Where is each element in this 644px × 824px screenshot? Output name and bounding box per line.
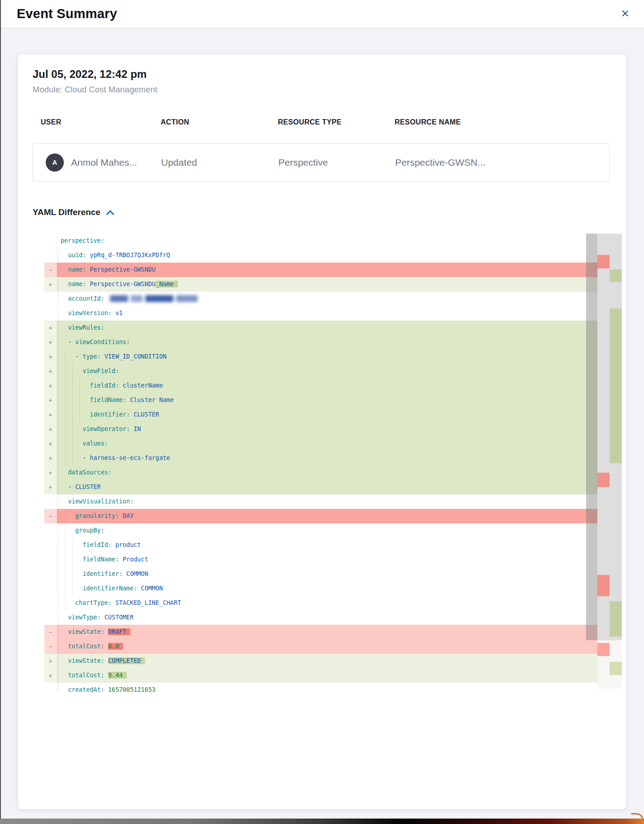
diff-added-sign: + [44,480,57,494]
column-header-resource-type: RESOURCE TYPE [278,118,395,126]
code-text: granularity: DAY [57,509,134,523]
diff-added-sign: + [44,277,57,292]
diff-removed-sign: − [44,639,57,654]
code-line: − viewState: DRAFT [44,625,597,639]
diff-gutter [44,523,57,538]
event-module: Module: Cloud Cost Management [33,85,626,95]
code-text: createdAt: 1657005121653 [57,683,156,692]
diff-gutter [44,234,57,248]
column-header-action: ACTION [161,118,278,126]
resource-type-cell: Perspective [278,157,395,168]
table-row: A Anmol Mahes... Updated Perspective Per… [33,143,610,182]
code-text: groupBy: [57,523,105,538]
code-line: createdAt: 1657005121653 [44,683,597,692]
chevron-up-icon[interactable] [106,210,114,216]
diff-added-sign: + [44,321,57,335]
code-line: + - harness-se-ecs-fargate [44,451,597,465]
diff-removed-sign: − [44,509,57,523]
code-line: viewVisualization: [44,494,597,509]
code-text: name: Perspective-GWSNDU_Name [57,277,178,292]
code-text: viewState: DRAFT [57,625,130,639]
action-cell: Updated [161,157,278,168]
code-line: + viewField: [44,364,597,378]
yaml-difference-label: YAML Difference [33,207,100,217]
code-line: + dataSources: [44,465,597,480]
code-text: values: [57,436,108,451]
table-header-row: USER ACTION RESOURCE TYPE RESOURCE NAME [41,118,626,126]
minimap-added-mark [610,662,622,675]
diff-gutter [44,538,57,552]
code-text: fieldId: clusterName [57,378,163,393]
code-text: dataSources: [57,465,112,480]
diff-gutter [44,494,57,509]
resource-name-cell: Perspective-GWSN... [395,157,609,168]
code-line: + fieldId: clusterName [44,378,597,393]
code-text: chartType: STACKED_LINE_CHART [57,596,181,610]
column-header-resource-name: RESOURCE NAME [395,118,626,126]
code-text: - type: VIEW_ID_CONDITION [57,350,167,364]
code-line: + - viewConditions: [44,335,597,350]
code-text: viewType: CUSTOMER [57,610,134,625]
code-line: + identifier: CLUSTER [44,407,597,422]
diff-added-sign: + [44,364,57,378]
diff-added-sign: + [44,335,57,350]
code-line: identifier: COMMON [44,567,597,581]
code-text: uuid: ypRq_d-fRBOJ7QJKxPDfrQ [57,248,170,263]
code-line: viewType: CUSTOMER [44,610,597,625]
code-line: + viewRules: [44,321,597,335]
diff-gutter [44,581,57,596]
code-line: fieldId: product [44,538,597,552]
code-line: viewVersion: v1 [44,306,597,321]
diff-added-sign: + [44,436,57,451]
scrollbar-slider[interactable] [586,234,597,640]
code-text: viewOperator: IN [57,422,141,436]
close-icon[interactable]: ✕ [619,7,631,21]
code-text: identifier: CLUSTER [57,407,159,422]
minimap-removed-mark [597,255,610,268]
minimap-removed-mark [597,643,610,656]
diff-added-sign: + [44,422,57,436]
code-line: + name: Perspective-GWSNDU_Name [44,277,597,292]
diff-gutter [44,567,57,581]
code-line: + - CLUSTER [44,480,597,494]
diff-added-sign: + [44,451,57,465]
code-line: accountId: [44,292,597,306]
minimap-removed-mark [597,473,610,487]
code-line: + fieldName: Cluster Name [44,393,597,407]
diff-gutter [44,552,57,567]
event-date: Jul 05, 2022, 12:42 pm [33,68,626,81]
code-text: fieldName: Cluster Name [57,393,174,407]
code-line: − granularity: DAY [44,509,597,523]
redacted-value [110,295,198,302]
diff-added-sign: + [44,654,57,668]
yaml-diff-editor[interactable]: perspective: uuid: ypRq_d-fRBOJ7QJKxPDfr… [44,234,622,692]
avatar: A [46,153,64,172]
diff-gutter [44,610,57,625]
code-line: + viewState: COMPLETED [44,654,597,668]
diff-minimap[interactable] [597,234,622,689]
user-name: Anmol Mahes... [71,157,137,168]
code-text: fieldName: Product [57,552,148,567]
code-line: − totalCost: 0.0 [44,639,597,654]
yaml-difference-toggle[interactable]: YAML Difference [33,207,114,217]
code-text: identifier: COMMON [57,567,148,581]
bottom-edge-arc [630,813,643,819]
diff-added-sign: + [44,378,57,393]
code-line: + values: [44,436,597,451]
modal-header: Event Summary ✕ [0,0,644,28]
event-summary-card: Jul 05, 2022, 12:42 pm Module: Cloud Cos… [18,54,626,809]
minimap-removed-mark [597,575,610,596]
code-text: accountId: [57,292,198,306]
code-text: identifierName: COMMON [57,581,163,596]
code-text: viewState: COMPLETED [57,654,145,668]
code-text: viewField: [57,364,119,378]
code-text: - harness-se-ecs-fargate [57,451,170,465]
code-line: groupBy: [44,523,597,538]
code-text: viewRules: [57,321,105,335]
code-text: - CLUSTER [57,480,101,494]
diff-gutter [44,596,57,610]
code-line: − name: Perspective-GWSNDU [44,263,597,277]
code-line: identifierName: COMMON [44,581,597,596]
diff-added-sign: + [44,407,57,422]
code-line: fieldName: Product [44,552,597,567]
